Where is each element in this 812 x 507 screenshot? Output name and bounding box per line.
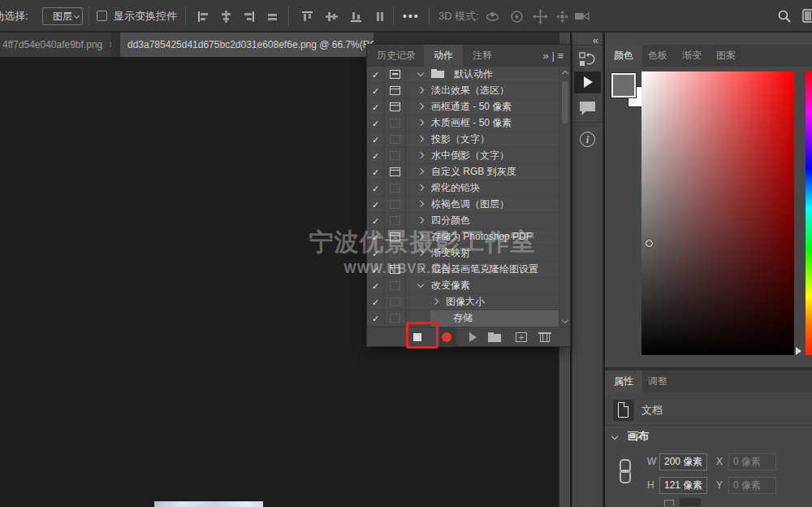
saturation-brightness-field[interactable]: [641, 72, 794, 355]
hue-slider-marker[interactable]: [796, 347, 801, 355]
action-row-content[interactable]: 淡出效果（选区）: [406, 83, 559, 99]
action-row[interactable]: ✓ 棕褐色调（图层）: [367, 197, 559, 213]
document-properties-button[interactable]: [613, 400, 634, 421]
align-horizontal-centers-icon[interactable]: [219, 10, 233, 24]
notes-panel-icon[interactable]: [579, 101, 597, 120]
close-tab-icon[interactable]: ×: [109, 39, 111, 50]
dialog-toggle-cell[interactable]: [385, 213, 406, 229]
info-panel-icon[interactable]: i: [580, 132, 595, 147]
align-right-edges-icon[interactable]: [242, 10, 256, 24]
disclosure-arrow-icon[interactable]: [416, 264, 426, 275]
action-row-content[interactable]: 改变像素: [406, 278, 559, 294]
action-row[interactable]: ✓ 自定义 RGB 到灰度: [367, 164, 559, 180]
link-dimensions-icon[interactable]: [620, 457, 628, 485]
dialog-toggle-cell[interactable]: [385, 262, 406, 278]
delete-action-button[interactable]: [537, 327, 553, 347]
scroll-down-icon[interactable]: [562, 318, 568, 323]
action-row-content[interactable]: 木质画框 - 50 像素: [406, 115, 559, 132]
action-row[interactable]: ✓ 存储为 Photoshop PDF: [367, 229, 559, 245]
action-enabled-checkmark[interactable]: ✓: [367, 262, 385, 278]
action-row-content[interactable]: 存储为 Photoshop PDF: [406, 229, 559, 245]
hue-slider[interactable]: [806, 72, 812, 355]
action-enabled-checkmark[interactable]: ✓: [367, 164, 385, 180]
action-row[interactable]: ✓ 木质画框 - 50 像素: [367, 115, 559, 132]
action-row-content[interactable]: 熔化的铅块: [406, 180, 559, 197]
dialog-toggle-cell[interactable]: [385, 197, 406, 213]
action-enabled-checkmark[interactable]: ✓: [367, 115, 385, 132]
scroll-up-icon[interactable]: [562, 70, 568, 76]
new-action-set-button[interactable]: [486, 327, 503, 347]
new-action-button[interactable]: +: [513, 327, 529, 347]
disclosure-arrow-icon[interactable]: [416, 150, 426, 161]
action-row[interactable]: ✓ 画框通道 - 50 像素: [367, 99, 559, 115]
chevron-down-icon[interactable]: [611, 434, 619, 441]
action-row-content[interactable]: 棕褐色调（图层）: [406, 197, 559, 213]
tab-properties[interactable]: 属性: [605, 370, 642, 392]
action-row[interactable]: ✓ 水中倒影（文字）: [367, 148, 559, 164]
action-enabled-checkmark[interactable]: ✓: [367, 132, 385, 148]
action-row-content[interactable]: 四分颜色: [406, 213, 559, 229]
action-row[interactable]: ✓ 混合器画笔克隆绘图设置: [367, 262, 559, 278]
scrollbar-thumb[interactable]: [562, 81, 568, 124]
action-row[interactable]: ✓ 默认动作: [367, 67, 559, 83]
action-row-content[interactable]: 画框通道 - 50 像素: [406, 99, 559, 115]
align-bottom-edges-icon[interactable]: [349, 10, 363, 24]
y-field[interactable]: 0 像素: [728, 477, 776, 494]
panel-menu-icon[interactable]: ≡: [557, 50, 564, 62]
align-vertical-centers-icon[interactable]: [325, 10, 339, 24]
action-enabled-checkmark[interactable]: ✓: [367, 99, 385, 115]
action-enabled-checkmark[interactable]: ✓: [367, 180, 385, 197]
scrollbar[interactable]: [559, 67, 570, 327]
disclosure-arrow-icon[interactable]: [416, 167, 426, 177]
dialog-toggle-cell[interactable]: [385, 229, 406, 245]
dialog-toggle-cell[interactable]: [385, 294, 406, 310]
action-row-content[interactable]: 图像大小: [406, 294, 559, 310]
tab-actions[interactable]: 动作: [424, 45, 463, 67]
color-picker-marker[interactable]: [646, 240, 653, 247]
history-panel-icon[interactable]: [579, 52, 597, 71]
action-enabled-checkmark[interactable]: ✓: [367, 294, 385, 310]
tab-adjustments[interactable]: 调整: [639, 370, 676, 392]
foreground-color-swatch[interactable]: [611, 73, 636, 98]
action-row[interactable]: ✓ 渐变映射: [367, 245, 559, 262]
action-row[interactable]: ✓ 改变像素: [367, 278, 559, 294]
disclosure-arrow-icon[interactable]: [416, 69, 426, 80]
align-top-edges-icon[interactable]: [300, 10, 314, 24]
disclosure-arrow-icon[interactable]: [416, 102, 426, 112]
dialog-toggle-cell[interactable]: [385, 180, 406, 197]
height-field[interactable]: 121 像素: [659, 477, 707, 494]
disclosure-arrow-icon[interactable]: [416, 134, 426, 145]
tab-notes[interactable]: 注释: [463, 45, 502, 67]
action-row[interactable]: ✓ 熔化的铅块: [367, 180, 559, 197]
disclosure-arrow-icon[interactable]: [416, 199, 426, 210]
action-enabled-checkmark[interactable]: ✓: [367, 229, 385, 245]
action-row-content[interactable]: 投影（文字）: [406, 132, 559, 148]
3d-roll-icon[interactable]: [509, 9, 523, 23]
dialog-toggle-cell[interactable]: [385, 310, 406, 327]
disclosure-arrow-icon[interactable]: [416, 85, 426, 96]
disclosure-arrow-icon[interactable]: [430, 297, 441, 307]
dock-grip[interactable]: [576, 48, 599, 50]
dialog-toggle-cell[interactable]: [385, 132, 406, 148]
tab-gradients[interactable]: 渐变: [673, 45, 710, 67]
document-tab-inactive[interactable]: 4ff7d54e040afe9bf.png×: [0, 32, 111, 57]
action-row[interactable]: ✓ 存储: [367, 310, 559, 327]
dialog-toggle-cell[interactable]: [385, 99, 406, 115]
3d-orbit-icon[interactable]: [485, 9, 499, 23]
action-row[interactable]: ✓ 图像大小: [367, 294, 559, 310]
show-transform-checkbox[interactable]: [97, 11, 107, 21]
tab-color[interactable]: 颜色: [605, 45, 642, 67]
action-row-content[interactable]: 渐变映射: [406, 245, 559, 262]
disclosure-arrow-icon[interactable]: [416, 280, 426, 291]
action-enabled-checkmark[interactable]: ✓: [367, 278, 385, 294]
dialog-toggle-cell[interactable]: [385, 148, 406, 164]
action-enabled-checkmark[interactable]: ✓: [367, 148, 385, 164]
dialog-toggle-cell[interactable]: [385, 115, 406, 132]
actions-panel-icon[interactable]: [574, 72, 601, 93]
tab-patterns[interactable]: 图案: [707, 45, 745, 67]
dialog-toggle-cell[interactable]: [385, 83, 406, 99]
action-enabled-checkmark[interactable]: ✓: [367, 197, 385, 213]
disclosure-arrow-icon[interactable]: [416, 232, 426, 242]
disclosure-arrow-icon[interactable]: [416, 183, 426, 193]
action-enabled-checkmark[interactable]: ✓: [367, 83, 385, 99]
